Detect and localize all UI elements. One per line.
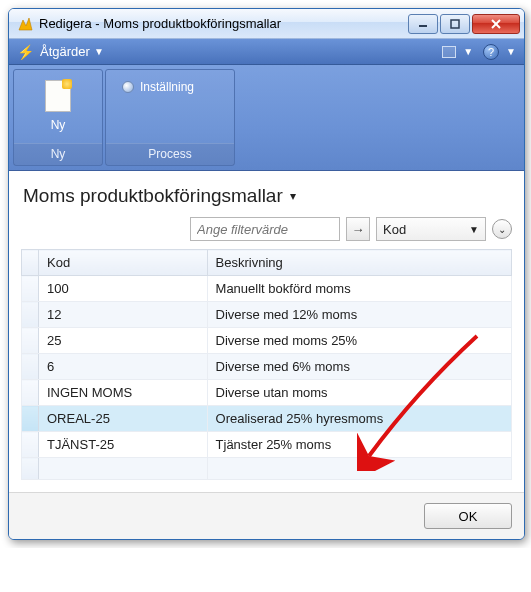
cell-kod[interactable]: 25: [39, 328, 208, 354]
cell-besk[interactable]: Orealiserad 25% hyresmoms: [207, 406, 511, 432]
window-title: Redigera - Moms produktbokföringsmallar: [39, 16, 406, 31]
table-row[interactable]: 12 Diverse med 12% moms: [22, 302, 512, 328]
row-header[interactable]: [22, 406, 39, 432]
dot-icon: [122, 81, 134, 93]
titlebar[interactable]: Redigera - Moms produktbokföringsmallar: [9, 9, 524, 39]
help-button[interactable]: ? ▼: [483, 44, 516, 60]
cell-besk[interactable]: Tjänster 25% moms: [207, 432, 511, 458]
ribbon-group-label-process: Process: [106, 143, 234, 165]
cell-kod[interactable]: TJÄNST-25: [39, 432, 208, 458]
chevron-down-icon: ▼: [463, 46, 473, 57]
filter-row: → Kod ▼ ⌄: [21, 217, 512, 241]
chevron-down-icon: ⌄: [498, 224, 506, 235]
footer: OK: [9, 492, 524, 539]
chevron-down-icon: ▾: [290, 189, 296, 203]
column-header-kod[interactable]: Kod: [39, 250, 208, 276]
chevron-down-icon: ▼: [469, 224, 479, 235]
page-title-text: Moms produktbokföringsmallar: [23, 185, 283, 206]
help-icon: ?: [483, 44, 499, 60]
table-row[interactable]: 6 Diverse med 6% moms: [22, 354, 512, 380]
svg-rect-1: [451, 20, 459, 28]
row-header[interactable]: [22, 328, 39, 354]
row-header[interactable]: [22, 276, 39, 302]
cell-besk[interactable]: Diverse med 6% moms: [207, 354, 511, 380]
data-grid[interactable]: Kod Beskrivning 100 Manuellt bokförd mom…: [21, 249, 512, 480]
arrow-right-icon: →: [352, 222, 365, 237]
cell-kod[interactable]: 12: [39, 302, 208, 328]
filter-go-button[interactable]: →: [346, 217, 370, 241]
bolt-icon: ⚡: [17, 44, 34, 60]
table-row[interactable]: 25 Diverse med moms 25%: [22, 328, 512, 354]
filter-field-value: Kod: [383, 222, 406, 237]
cell-kod[interactable]: INGEN MOMS: [39, 380, 208, 406]
new-button-label: Ny: [51, 118, 66, 132]
row-header[interactable]: [22, 380, 39, 406]
cell-kod[interactable]: 100: [39, 276, 208, 302]
content-area: Moms produktbokföringsmallar ▾ → Kod ▼ ⌄…: [9, 171, 524, 492]
ribbon: Ny Ny Inställning Process: [9, 65, 524, 171]
table-row-empty: [22, 458, 512, 480]
window: Redigera - Moms produktbokföringsmallar …: [8, 8, 525, 540]
cell-besk[interactable]: Diverse med moms 25%: [207, 328, 511, 354]
filter-input[interactable]: [190, 217, 340, 241]
new-button[interactable]: Ny: [36, 76, 80, 134]
grid-corner: [22, 250, 39, 276]
ribbon-group-process: Inställning Process: [105, 69, 235, 166]
table-row[interactable]: 100 Manuellt bokförd moms: [22, 276, 512, 302]
cell-kod[interactable]: 6: [39, 354, 208, 380]
table-row[interactable]: INGEN MOMS Diverse utan moms: [22, 380, 512, 406]
row-header[interactable]: [22, 354, 39, 380]
expand-filters-button[interactable]: ⌄: [492, 219, 512, 239]
settings-button[interactable]: Inställning: [114, 76, 202, 98]
app-icon: [17, 16, 33, 32]
page-title[interactable]: Moms produktbokföringsmallar ▾: [23, 185, 512, 207]
chevron-down-icon: ▼: [94, 46, 104, 57]
cell-besk[interactable]: Manuellt bokförd moms: [207, 276, 511, 302]
table-row[interactable]: TJÄNST-25 Tjänster 25% moms: [22, 432, 512, 458]
actions-menu[interactable]: Åtgärder: [40, 44, 90, 59]
minimize-button[interactable]: [408, 14, 438, 34]
table-row[interactable]: OREAL-25 Orealiserad 25% hyresmoms: [22, 406, 512, 432]
ribbon-group-label-ny: Ny: [14, 143, 102, 165]
ribbon-group-ny: Ny Ny: [13, 69, 103, 166]
maximize-button[interactable]: [440, 14, 470, 34]
new-document-icon: [42, 78, 74, 114]
row-header[interactable]: [22, 432, 39, 458]
cell-besk[interactable]: Diverse utan moms: [207, 380, 511, 406]
layout-button[interactable]: ▼: [442, 46, 473, 58]
cell-besk[interactable]: Diverse med 12% moms: [207, 302, 511, 328]
settings-button-label: Inställning: [140, 80, 194, 94]
close-button[interactable]: [472, 14, 520, 34]
layout-icon: [442, 46, 456, 58]
cell-kod[interactable]: OREAL-25: [39, 406, 208, 432]
column-header-beskrivning[interactable]: Beskrivning: [207, 250, 511, 276]
ok-button[interactable]: OK: [424, 503, 512, 529]
actions-bar: ⚡ Åtgärder ▼ ▼ ? ▼: [9, 39, 524, 65]
filter-field-select[interactable]: Kod ▼: [376, 217, 486, 241]
chevron-down-icon: ▼: [506, 46, 516, 57]
row-header[interactable]: [22, 302, 39, 328]
